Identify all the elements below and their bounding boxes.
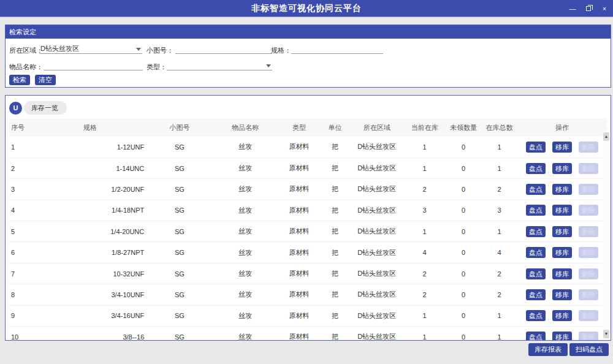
col-header-spec: 规格 <box>36 118 147 137</box>
stocktake-button[interactable]: 盘点 <box>526 184 546 195</box>
search-button[interactable]: 检索 <box>9 75 30 85</box>
stocktake-button[interactable]: 盘点 <box>526 310 546 321</box>
cell-type: 原材料 <box>278 137 320 157</box>
inventory-panel: U 库存一览 序号 规格 小图号 物品名称 类型 单位 所在区域 当前在库 未领… <box>5 95 611 341</box>
col-header-current-stock: 当前在库 <box>404 118 446 137</box>
cell-type: 原材料 <box>278 242 320 263</box>
move-stock-button[interactable]: 移库 <box>552 268 572 279</box>
cell-spec: 1/2-20UNF <box>36 179 147 200</box>
move-stock-button[interactable]: 移库 <box>552 310 572 321</box>
inventory-table: 序号 规格 小图号 物品名称 类型 单位 所在区域 当前在库 未领数量 在库总数… <box>9 118 607 341</box>
scroll-down-icon[interactable]: ▼ <box>603 330 609 338</box>
stocktake-button[interactable]: 盘点 <box>526 247 546 258</box>
cell-area: D钻头丝攻区 <box>350 157 404 178</box>
cell-unit: 把 <box>320 157 350 178</box>
close-icon[interactable]: × <box>601 6 608 12</box>
table-row: 8 3/4-10UNF SG 丝攻 原材料 把 D钻头丝攻区 2 0 2 盘点 … <box>9 284 607 305</box>
cell-item-name: 丝攻 <box>213 263 278 284</box>
table-row: 3 1/2-20UNF SG 丝攻 原材料 把 D钻头丝攻区 2 0 2 盘点 … <box>9 179 607 200</box>
table-header-row: 序号 规格 小图号 物品名称 类型 单位 所在区域 当前在库 未领数量 在库总数… <box>9 118 607 137</box>
drawing-no-label: 小图号： <box>147 46 173 55</box>
cell-index: 9 <box>9 305 36 326</box>
vertical-scrollbar[interactable]: ▲ ▼ <box>603 131 610 339</box>
cell-unclaimed: 0 <box>446 137 482 157</box>
delete-button[interactable]: 删除 <box>579 310 598 321</box>
cell-spec: 10-32UNF <box>36 263 147 284</box>
stocktake-button[interactable]: 盘点 <box>526 142 546 153</box>
col-header-index: 序号 <box>9 118 36 137</box>
cell-item-name: 丝攻 <box>213 221 278 242</box>
area-label: 所在区域： <box>9 46 43 55</box>
delete-button[interactable]: 删除 <box>579 247 598 258</box>
cell-current-stock: 1 <box>404 327 446 341</box>
table-row: 7 10-32UNF SG 丝攻 原材料 把 D钻头丝攻区 2 0 2 盘点 移… <box>9 263 607 284</box>
cell-area: D钻头丝攻区 <box>350 284 404 305</box>
spec-input[interactable] <box>291 44 383 54</box>
delete-button[interactable]: 删除 <box>579 226 598 237</box>
cell-total-stock: 1 <box>481 157 517 178</box>
minimize-icon[interactable]: — <box>569 6 576 12</box>
cell-spec: 1/8-27NPT <box>36 242 147 263</box>
cell-area: D钻头丝攻区 <box>350 327 404 341</box>
cell-type: 原材料 <box>278 263 320 284</box>
cell-total-stock: 4 <box>481 242 517 263</box>
col-header-item-name: 物品名称 <box>213 118 278 137</box>
cell-type: 原材料 <box>278 305 320 326</box>
cell-current-stock: 1 <box>404 137 446 157</box>
stocktake-button[interactable]: 盘点 <box>526 289 546 300</box>
inventory-report-button[interactable]: 库存报表 <box>528 343 568 356</box>
move-stock-button[interactable]: 移库 <box>552 163 572 174</box>
cell-spec: 1/4-18NPT <box>36 200 147 221</box>
cell-unclaimed: 0 <box>446 179 482 200</box>
inventory-tab[interactable]: U 库存一览 <box>9 100 611 115</box>
stocktake-button[interactable]: 盘点 <box>526 226 546 237</box>
cell-unit: 把 <box>320 242 350 263</box>
cell-unit: 把 <box>320 179 350 200</box>
delete-button[interactable]: 删除 <box>579 205 598 216</box>
scan-stocktake-button[interactable]: 扫码盘点 <box>569 343 609 356</box>
restore-icon[interactable] <box>585 6 592 12</box>
move-stock-button[interactable]: 移库 <box>552 247 572 258</box>
move-stock-button[interactable]: 移库 <box>552 142 572 153</box>
cell-index: 5 <box>9 221 36 242</box>
cell-total-stock: 3 <box>481 200 517 221</box>
table-row: 4 1/4-18NPT SG 丝攻 原材料 把 D钻头丝攻区 3 0 3 盘点 … <box>9 200 607 221</box>
delete-button[interactable]: 删除 <box>579 163 598 174</box>
clear-button[interactable]: 清空 <box>35 75 56 85</box>
drawing-no-input[interactable] <box>175 44 272 54</box>
move-stock-button[interactable]: 移库 <box>552 226 572 237</box>
area-select[interactable]: D钻头丝攻区 <box>39 44 142 54</box>
item-name-input[interactable] <box>44 60 143 70</box>
cell-spec: 1-12UNF <box>36 137 147 157</box>
type-select[interactable] <box>167 60 272 70</box>
move-stock-button[interactable]: 移库 <box>552 205 572 216</box>
cell-drawing-no: SG <box>147 157 212 178</box>
cell-area: D钻头丝攻区 <box>350 200 404 221</box>
cell-actions: 盘点 移库 删除 <box>517 305 607 326</box>
cell-unclaimed: 0 <box>446 221 482 242</box>
chevron-down-icon <box>136 48 141 51</box>
stocktake-button[interactable]: 盘点 <box>526 163 546 174</box>
cell-area: D钻头丝攻区 <box>350 137 404 157</box>
delete-button[interactable]: 删除 <box>579 142 598 153</box>
scroll-up-icon[interactable]: ▲ <box>603 132 609 141</box>
delete-button[interactable]: 删除 <box>579 184 598 195</box>
cell-item-name: 丝攻 <box>213 137 278 157</box>
stocktake-button[interactable]: 盘点 <box>526 268 546 279</box>
delete-button[interactable]: 删除 <box>579 268 598 279</box>
cell-item-name: 丝攻 <box>213 157 278 178</box>
cell-spec: 1/4-20UNC <box>36 221 147 242</box>
stocktake-button[interactable]: 盘点 <box>526 332 546 341</box>
cell-type: 原材料 <box>278 157 320 178</box>
move-stock-button[interactable]: 移库 <box>552 332 572 341</box>
cell-item-name: 丝攻 <box>213 242 278 263</box>
delete-button[interactable]: 删除 <box>579 289 598 300</box>
cell-unclaimed: 0 <box>446 242 482 263</box>
move-stock-button[interactable]: 移库 <box>552 184 572 195</box>
delete-button[interactable]: 删除 <box>579 332 598 341</box>
stocktake-button[interactable]: 盘点 <box>526 205 546 216</box>
inventory-tab-label: 库存一览 <box>24 101 67 115</box>
move-stock-button[interactable]: 移库 <box>552 289 572 300</box>
table-row: 6 1/8-27NPT SG 丝攻 原材料 把 D钻头丝攻区 4 0 4 盘点 … <box>9 242 607 263</box>
cell-current-stock: 3 <box>404 200 446 221</box>
